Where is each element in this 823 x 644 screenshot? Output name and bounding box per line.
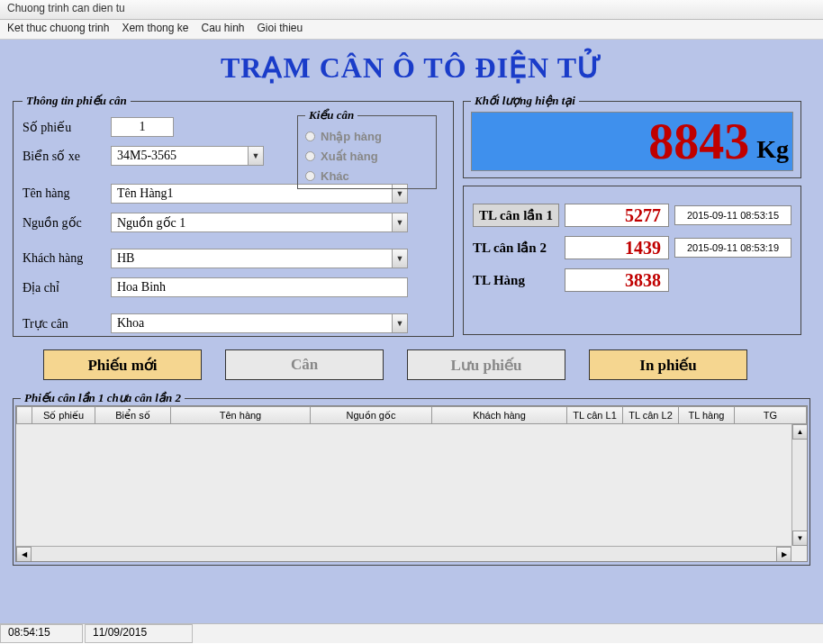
col-so-phieu[interactable]: Số phiếu <box>32 406 95 424</box>
button-phieu-moi[interactable]: Phiếu mới <box>43 349 202 380</box>
col-bien-so[interactable]: Biển số <box>95 406 171 424</box>
weight-unit: Kg <box>756 135 789 164</box>
scrollbar-horizontal[interactable]: ◀ ▶ <box>16 546 791 561</box>
button-can[interactable]: Cân <box>225 349 384 380</box>
label-nhap: Nhập hàng <box>321 130 382 143</box>
chevron-down-icon[interactable]: ▼ <box>248 147 263 165</box>
weight-value: 8843 <box>648 116 749 167</box>
col-tl-hang[interactable]: TL hàng <box>679 406 735 424</box>
menu-cau-hinh[interactable]: Cau hinh <box>201 22 244 37</box>
status-bar: 08:54:15 11/09/2015 <box>0 623 823 643</box>
button-luu-phieu[interactable]: Lưu phiếu <box>407 349 565 380</box>
time-tl2: 2015-09-11 08:53:19 <box>674 238 791 258</box>
label-so-phieu: Số phiếu <box>23 120 111 135</box>
label-tl1: TL cân lần 1 <box>473 204 559 227</box>
page-title: TRẠM CÂN Ô TÔ ĐIỆN TỬ <box>13 50 810 85</box>
radio-khac[interactable] <box>305 171 315 181</box>
label-ten-hang: Tên hàng <box>23 186 111 201</box>
weight-display: 8843 Kg <box>471 112 793 171</box>
scroll-right-icon[interactable]: ▶ <box>776 547 791 562</box>
combo-bien-so[interactable] <box>111 146 264 166</box>
combo-nguon-goc[interactable] <box>111 213 408 232</box>
menu-gioi-thieu[interactable]: Gioi thieu <box>258 22 303 37</box>
col-tl1[interactable]: TL cân L1 <box>567 406 623 424</box>
button-in-phieu[interactable]: In phiếu <box>589 349 747 380</box>
scrollbar-vertical[interactable]: ▲ ▼ <box>791 424 807 546</box>
legend-weight: Khối lượng hiện tại <box>471 94 579 108</box>
label-tl-hang: TL Hàng <box>473 273 559 288</box>
col-nguon-goc[interactable]: Nguồn gốc <box>311 406 432 424</box>
label-truc-can: Trực cân <box>23 316 111 331</box>
value-tl1: 5277 <box>565 204 669 227</box>
input-dia-chi[interactable] <box>111 277 408 297</box>
status-time: 08:54:15 <box>0 624 83 643</box>
radio-xuat-hang[interactable] <box>305 151 315 161</box>
legend-grid: Phiếu cân lần 1 chưa cân lần 2 <box>21 391 185 405</box>
scroll-up-icon[interactable]: ▲ <box>792 424 808 440</box>
col-tl2[interactable]: TL cân L2 <box>623 406 679 424</box>
label-tl2: TL cân lần 2 <box>473 240 559 256</box>
label-khac: Khác <box>321 169 349 183</box>
time-tl1: 2015-09-11 08:53:15 <box>674 205 791 225</box>
label-dia-chi: Địa chỉ <box>23 280 111 295</box>
chevron-down-icon[interactable]: ▼ <box>392 314 407 332</box>
fieldset-grid: Phiếu cân lần 1 chưa cân lần 2 Số phiếu … <box>13 391 810 566</box>
chevron-down-icon[interactable]: ▼ <box>392 249 407 268</box>
col-tg[interactable]: TG <box>735 406 807 424</box>
input-so-phieu[interactable] <box>111 117 174 137</box>
scroll-left-icon[interactable]: ◀ <box>16 547 32 562</box>
menu-ket-thuc[interactable]: Ket thuc chuong trinh <box>7 22 109 37</box>
value-tl-hang: 3838 <box>565 268 669 292</box>
combo-truc-can[interactable] <box>111 313 408 333</box>
label-nguon-goc: Nguồn gốc <box>23 215 111 231</box>
fieldset-weight: Khối lượng hiện tại 8843 Kg <box>463 94 801 178</box>
data-grid[interactable]: Số phiếu Biển số Tên hàng Nguồn gốc Khác… <box>15 405 808 562</box>
menu-xem[interactable]: Xem thong ke <box>122 22 188 37</box>
fieldset-kieu-can: Kiểu cân Nhập hàng Xuất hàng Khác <box>297 108 437 189</box>
col-ten-hang[interactable]: Tên hàng <box>171 406 311 424</box>
fieldset-tl: TL cân lần 1 5277 2015-09-11 08:53:15 TL… <box>463 186 801 335</box>
menu-bar: Ket thuc chuong trinh Xem thong ke Cau h… <box>0 20 823 40</box>
label-xuat: Xuất hàng <box>321 150 378 163</box>
grid-corner <box>16 406 32 424</box>
legend-kieu: Kiểu cân <box>305 108 357 122</box>
scroll-down-icon[interactable]: ▼ <box>792 531 808 546</box>
combo-khach-hang[interactable] <box>111 249 408 268</box>
label-bien-so: Biển số xe <box>23 149 111 164</box>
status-date: 11/09/2015 <box>85 624 193 643</box>
legend-info: Thông tin phiếu cân <box>23 94 131 108</box>
window-title: Chuong trinh can dien tu <box>0 0 823 20</box>
col-khach-hang[interactable]: Khách hàng <box>432 406 567 424</box>
radio-nhap-hang[interactable] <box>305 132 315 141</box>
label-khach-hang: Khách hàng <box>23 251 111 266</box>
chevron-down-icon[interactable]: ▼ <box>392 213 407 231</box>
value-tl2: 1439 <box>565 236 669 259</box>
fieldset-info: Thông tin phiếu cân Số phiếu Biển số xe … <box>13 94 454 337</box>
